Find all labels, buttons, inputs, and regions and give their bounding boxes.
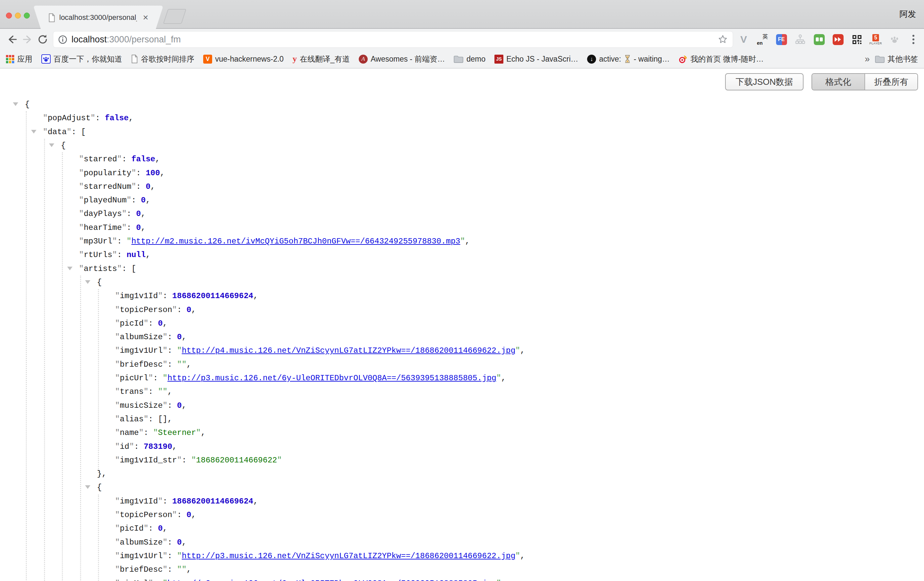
bookmarks-overflow-chevron[interactable]: » [865,54,870,64]
json-url-link[interactable]: http://m2.music.126.net/ivMcQYiG5oh7BCJh… [131,237,460,246]
bookmark-label: demo [466,55,485,64]
json-comma: , [191,305,196,315]
bookmark-item[interactable]: JSEcho JS - JavaScri… [495,55,578,64]
vue-icon: V [203,55,212,64]
json-key: picUrl [120,374,148,382]
json-key-quote: " [177,456,182,465]
bookmark-item[interactable]: 谷歌按时间排序 [131,54,194,64]
paw-icon-button[interactable] [889,33,901,46]
html5-player-icon-button[interactable]: 5PLAYER [870,33,882,46]
collapse-triangle-icon[interactable] [67,266,73,270]
json-key-quote: " [79,209,84,218]
json-line: { [0,276,924,289]
json-comma: , [163,524,167,533]
json-key-quote: " [115,305,120,315]
json-url-link[interactable]: http://p3.music.126.net/6y-UleORITEDbvrO… [167,579,497,581]
overflow-menu-icon-button[interactable] [908,33,919,46]
fullscreen-window-button[interactable] [24,13,30,18]
json-key-quote: " [131,169,136,177]
url-path: :3000/personal_fm [107,35,181,45]
folder-icon [454,55,463,63]
collapse-triangle-icon[interactable] [85,485,90,489]
bookmark-item[interactable]: y在线翻译_有道 [292,54,350,64]
page-info-icon[interactable] [58,35,67,44]
bookmark-item[interactable]: 应用 [6,54,33,64]
json-key-quote: " [158,291,162,300]
json-key-quote: " [148,374,153,382]
bookmark-label: Echo JS - JavaScri… [507,55,578,64]
json-line: "img1v1Id_str": "18686200114669622" [0,454,924,467]
json-line: "musicSize": 0, [0,399,924,412]
collapse-triangle-icon[interactable] [85,280,90,284]
json-string-quote: " [277,456,282,465]
json-colon: : [167,333,177,341]
json-comma: , [465,237,470,246]
other-bookmarks-folder[interactable]: 其他书签 [875,54,918,64]
json-line: "picId": 0, [0,317,924,330]
bookmark-label: 谷歌按时间排序 [141,54,194,64]
bookmark-item[interactable]: AAwesomes - 前端资… [359,54,445,64]
json-line: "artists": [ [0,262,924,276]
collapse-triangle-icon[interactable] [13,103,18,106]
json-comma: , [253,291,258,300]
translate-icon-button[interactable]: 英en [757,33,769,46]
format-button[interactable]: 格式化 [812,74,865,90]
profile-name[interactable]: 阿发 [899,8,916,20]
json-url-link[interactable]: http://p3.music.126.net/6y-UleORITEDbvrO… [167,374,497,382]
vue-devtools-icon-button[interactable]: V [738,33,749,46]
json-num: 0 [158,319,162,328]
fast-forward-icon-button[interactable] [832,33,844,46]
forward-button[interactable] [20,32,35,47]
bookmark-item[interactable]: demo [454,55,485,64]
json-comma: , [182,333,186,341]
new-tab-button[interactable] [163,9,186,24]
json-url-link[interactable]: http://p3.music.126.net/VnZiScyynLG7atLI… [182,551,515,561]
json-key: starredNum [84,182,131,191]
bookmark-item[interactable]: ↓active:- waiting… [587,55,670,64]
json-line: }, [0,467,924,481]
json-comma: , [141,223,145,232]
json-colon: : [136,169,145,177]
json-colon: : [134,442,144,451]
vue-devtools-icon: V [740,34,747,45]
fe-icon-button[interactable]: FE [776,33,787,46]
url-host: localhost [71,35,107,45]
address-bar[interactable]: localhost:3000/personal_fm [53,31,733,48]
json-string-quote: " [515,551,520,561]
reload-button[interactable] [35,32,50,47]
bookmark-item[interactable]: 百度一下，你就知道 [41,54,122,64]
tab-strip: localhost:3000/personal_fm × 阿发 [0,0,924,29]
json-comma: , [141,209,145,218]
download-json-button[interactable]: 下载JSON数据 [725,73,804,90]
tab-close-icon[interactable]: × [141,13,150,22]
json-key: topicPerson [120,510,172,520]
json-key: briefDesc [120,360,163,369]
close-window-button[interactable] [6,13,12,18]
back-button[interactable] [5,32,20,47]
bookmark-star-icon[interactable] [718,35,728,45]
minimize-window-button[interactable] [15,13,21,18]
json-key-quote: " [115,538,120,547]
bookmark-item[interactable]: 我的首页 微博-随时… [678,54,764,64]
bookmark-item[interactable]: Vvue-hackernews-2.0 [203,55,284,64]
sitemap-icon-button[interactable] [794,33,806,46]
json-line: "img1v1Url": "http://p4.music.126.net/Vn… [0,344,924,358]
json-string-quote: " [163,579,167,581]
collapse-triangle-icon[interactable] [31,130,36,134]
json-url-link[interactable]: http://p4.music.126.net/VnZiScyynLG7atLI… [182,346,515,355]
browser-tab[interactable]: localhost:3000/personal_fm × [44,6,153,30]
json-key-quote: " [115,428,120,437]
json-colon: : [148,524,158,533]
qr-code-icon-button[interactable] [851,33,863,46]
json-bracket: { [97,278,102,287]
collapse-all-button[interactable]: 折叠所有 [865,74,917,90]
json-colon: : [153,579,163,581]
json-key-quote: " [163,346,167,355]
json-num: 0 [158,524,162,533]
json-key-quote: " [163,538,167,547]
tampermonkey-icon-button[interactable] [813,33,825,46]
collapse-triangle-icon[interactable] [49,144,54,147]
json-string-quote: " [177,551,182,561]
json-bracket: { [25,100,30,109]
json-colon: : [95,114,105,122]
